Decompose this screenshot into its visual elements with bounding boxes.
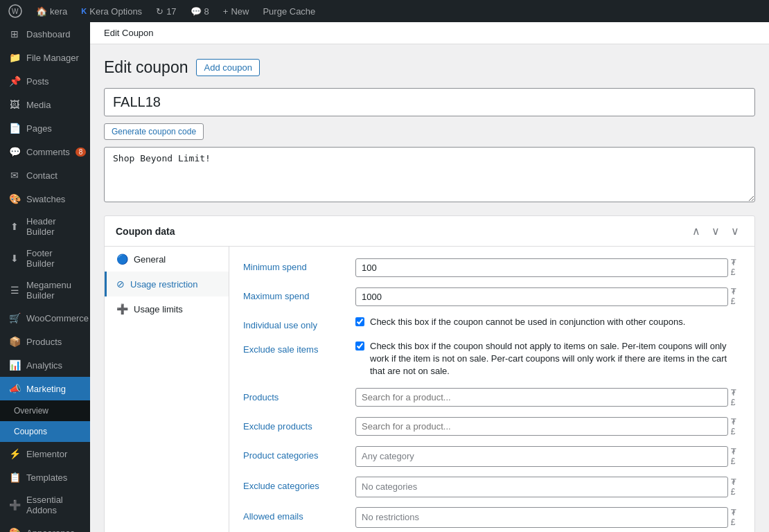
kera-options-link[interactable]: K Kera Options [78, 6, 145, 17]
sidebar-item-woocommerce[interactable]: 🛒 WooCommerce [0, 306, 90, 330]
sidebar-item-posts[interactable]: 📌 Posts [0, 69, 90, 93]
templates-icon: 📋 [8, 471, 21, 484]
exclude-categories-label: Exclude categories [243, 477, 347, 491]
tab-usage-restriction[interactable]: ⊘ Usage restriction [105, 272, 229, 296]
admin-bar: W 🏠 kera K Kera Options ↻ 17 💬 8 + New P… [0, 0, 769, 22]
sidebar-item-pages[interactable]: 📄 Pages [0, 116, 90, 140]
sidebar-item-contact[interactable]: ✉ Contact [0, 163, 90, 187]
site-name[interactable]: 🏠 kera [33, 6, 70, 17]
product-categories-row: Product categories Any category ₮£ [243, 446, 741, 467]
essential-addons-icon: ➕ [8, 499, 21, 511]
products-value: ₮£ [355, 388, 741, 407]
comments-link[interactable]: 💬 8 [188, 6, 212, 17]
sidebar-item-footer-builder[interactable]: ⬇ Footer Builder [0, 242, 90, 274]
posts-icon: 📌 [8, 75, 21, 87]
sidebar-item-media[interactable]: 🖼 Media [0, 93, 90, 116]
sidebar-item-appearance[interactable]: 🎨 Appearance [0, 521, 90, 532]
layout: ⊞ Dashboard 📁 File Manager 📌 Posts 🖼 Med… [0, 22, 769, 532]
exclude-products-search-input[interactable] [355, 417, 728, 436]
close-postbox-button[interactable]: ∨ [727, 223, 743, 239]
exclude-sale-checkbox[interactable] [355, 342, 364, 351]
kera-icon: K [81, 7, 87, 15]
analytics-icon: 📊 [8, 359, 21, 371]
tab-general[interactable]: 🔵 General [105, 247, 229, 272]
individual-use-label: Individual use only [243, 316, 347, 330]
individual-use-row: Individual use only Check this box if th… [243, 316, 741, 330]
tab-usage-limits[interactable]: ➕ Usage limits [105, 296, 229, 321]
usage-limits-tab-icon: ➕ [116, 303, 128, 314]
minimum-spend-input[interactable] [355, 258, 728, 277]
sidebar-item-dashboard[interactable]: ⊞ Dashboard [0, 22, 90, 46]
exclude-categories-row: Exclude categories No categories ₮£ [243, 477, 741, 497]
coupon-code-input[interactable] [104, 88, 755, 116]
header-builder-icon: ⬆ [8, 220, 21, 233]
sidebar-item-elementor[interactable]: ⚡ Elementor [0, 442, 90, 466]
exclude-products-label: Exclude products [243, 417, 347, 432]
comments-badge: 8 [76, 148, 87, 157]
elementor-icon: ⚡ [8, 447, 21, 460]
usage-restriction-tab-icon: ⊘ [116, 278, 125, 290]
minimum-spend-currency-icon: ₮£ [731, 258, 741, 277]
coupon-data-body: 🔵 General ⊘ Usage restriction ➕ Usage li… [105, 247, 754, 532]
footer-builder-icon: ⬇ [8, 252, 21, 265]
maximum-spend-input[interactable] [355, 287, 728, 306]
minimum-spend-label: Minimum spend [243, 258, 347, 272]
coupon-description-textarea[interactable]: Shop Beyond Limit! [104, 147, 755, 202]
sidebar-item-megamenu-builder[interactable]: ☰ Megamenu Builder [0, 274, 90, 306]
sidebar: ⊞ Dashboard 📁 File Manager 📌 Posts 🖼 Med… [0, 22, 90, 532]
purge-cache-link[interactable]: Purge Cache [260, 6, 318, 17]
page-title-bar-text: Edit Coupon [104, 28, 154, 38]
exclude-sale-row: Exclude sale items Check this box if the… [243, 340, 741, 378]
product-categories-value: Any category ₮£ [355, 446, 741, 467]
allowed-emails-select[interactable]: No restrictions [355, 507, 728, 528]
sidebar-item-coupons[interactable]: Coupons [0, 421, 90, 442]
swatches-icon: 🎨 [8, 193, 21, 205]
individual-use-checkbox[interactable] [355, 317, 364, 326]
products-label: Products [243, 388, 347, 402]
sidebar-item-products[interactable]: 📦 Products [0, 330, 90, 353]
products-search-input[interactable] [355, 388, 728, 407]
product-categories-select[interactable]: Any category [355, 446, 728, 467]
dashboard-icon: ⊞ [8, 28, 21, 40]
allowed-emails-row: Allowed emails No restrictions ₮£ [243, 507, 741, 528]
sidebar-item-templates[interactable]: 📋 Templates [0, 466, 90, 489]
page-heading: Edit coupon Add coupon [104, 58, 755, 77]
main-content: Edit Coupon Edit coupon Add coupon Gener… [90, 22, 769, 532]
product-categories-icon: ₮£ [731, 447, 741, 466]
product-categories-label: Product categories [243, 446, 347, 461]
add-coupon-button[interactable]: Add coupon [196, 59, 259, 76]
sidebar-item-overview[interactable]: Overview [0, 400, 90, 421]
revisions-link[interactable]: ↻ 17 [153, 6, 179, 17]
sidebar-item-comments[interactable]: 💬 Comments 8 [0, 140, 90, 163]
new-item-link[interactable]: + New [220, 6, 252, 17]
maximum-spend-label: Maximum spend [243, 287, 347, 301]
sidebar-item-essential-addons[interactable]: ➕ Essential Addons [0, 489, 90, 521]
marketing-icon: 📣 [8, 382, 21, 395]
exclude-categories-select[interactable]: No categories [355, 477, 728, 497]
collapse-up-button[interactable]: ∧ [688, 223, 705, 239]
sidebar-item-swatches[interactable]: 🎨 Swatches [0, 187, 90, 211]
comment-icon: 💬 [191, 6, 202, 17]
coupon-data-header: Coupon data ∧ ∨ ∨ [105, 216, 754, 247]
products-icon: 📦 [8, 335, 21, 348]
megamenu-icon: ☰ [8, 284, 21, 296]
allowed-emails-icon: ₮£ [731, 508, 741, 527]
sidebar-item-marketing[interactable]: 📣 Marketing [0, 377, 90, 400]
products-icon: ₮£ [731, 388, 741, 407]
page-title-bar: Edit Coupon [90, 22, 769, 44]
generate-coupon-button[interactable]: Generate coupon code [104, 123, 204, 140]
coupon-data-title: Coupon data [116, 226, 175, 237]
maximum-spend-row: Maximum spend ₮£ [243, 287, 741, 306]
sidebar-item-analytics[interactable]: 📊 Analytics [0, 353, 90, 377]
collapse-down-button[interactable]: ∨ [707, 223, 724, 239]
pages-icon: 📄 [8, 122, 21, 134]
refresh-icon: ↻ [156, 6, 163, 17]
exclude-products-row: Exclude products ₮£ [243, 417, 741, 436]
file-manager-icon: 📁 [8, 51, 21, 64]
individual-use-description: Check this box if the coupon cannot be u… [370, 316, 685, 328]
sidebar-item-header-builder[interactable]: ⬆ Header Builder [0, 211, 90, 242]
exclude-sale-value: Check this box if the coupon should not … [355, 340, 741, 378]
sidebar-item-file-manager[interactable]: 📁 File Manager [0, 46, 90, 69]
wp-logo[interactable]: W [6, 4, 25, 18]
general-tab-icon: 🔵 [116, 254, 128, 265]
